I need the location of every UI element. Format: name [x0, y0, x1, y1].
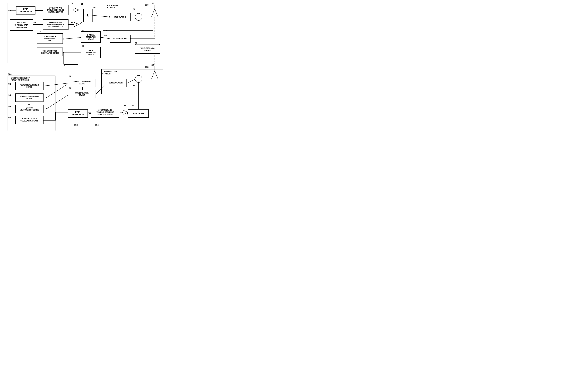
svg-text:104: 104	[95, 124, 99, 126]
svg-text:STATION: STATION	[107, 6, 116, 9]
svg-marker-39	[63, 52, 64, 53]
svg-marker-33	[100, 37, 102, 38]
svg-point-69	[135, 76, 142, 82]
quality-meas-device: QUALITYMEASUREMENT DEVICE	[15, 105, 44, 113]
wireless-radio-channel: WIRELESS RADIOCHANNEL	[135, 45, 160, 54]
svg-text:82: 82	[152, 64, 154, 66]
demodulator-top: DEMODULATOR	[110, 35, 130, 43]
spreading-bot: SPREADING ANDTRAINING SEQUENCEINSERTION …	[91, 107, 119, 118]
svg-marker-46	[77, 64, 78, 65]
svg-text:90: 90	[69, 87, 71, 90]
channel-est-bot: CHANNEL ESTIMATIONDEVICE	[68, 79, 96, 87]
svg-text:112: 112	[145, 66, 148, 68]
svg-marker-82	[122, 112, 124, 113]
svg-text:~: ~	[138, 78, 140, 81]
svg-text:84: 84	[133, 84, 136, 87]
svg-text:74: 74	[38, 30, 41, 33]
svg-line-71	[127, 79, 136, 83]
svg-text:108: 108	[130, 104, 134, 107]
svg-text:52: 52	[71, 2, 73, 4]
svg-text:66: 66	[133, 8, 135, 10]
modulator-top: MODULATOR	[110, 13, 130, 21]
svg-marker-11	[73, 24, 74, 25]
svg-text:88: 88	[69, 75, 71, 78]
svg-marker-87	[138, 82, 139, 83]
modulator-bot: MODULATOR	[128, 109, 149, 118]
svg-text:110: 110	[145, 4, 148, 6]
pathloss-est-device: PATHLOSS ESTIMATIONDEVICE	[15, 94, 44, 102]
svg-text:54: 54	[80, 3, 83, 5]
data-est-top: DATAESTIMATIONDEVICE	[80, 47, 101, 58]
svg-text:60: 60	[76, 23, 78, 26]
svg-text:96: 96	[8, 105, 11, 108]
svg-line-59	[47, 94, 69, 109]
demodulator-bot: DEMODULATOR	[105, 79, 126, 87]
svg-marker-83	[123, 110, 128, 114]
spreading2: SPREADING ANDTRAINING SEQUENCEINSERTION …	[43, 19, 68, 30]
svg-text:80: 80	[135, 42, 137, 44]
data-generator-top: DATAGENERATOR	[16, 6, 36, 14]
ref-channel-data-gen: REFERENCECHANNEL DATAGENERATOR	[10, 19, 33, 30]
spreading1: SPREADING ANDTRAINING SEQUENCEINSERTION …	[43, 5, 68, 15]
power-meas-device: POWER MEASUREMENTDEVICE	[15, 82, 44, 90]
svg-point-21	[135, 13, 142, 20]
interference-meas: INTERFERENCEMEASUREMENTDEVICE	[37, 33, 63, 44]
svg-text:100: 100	[8, 73, 12, 76]
svg-line-32	[102, 38, 110, 39]
svg-text:78: 78	[152, 2, 154, 4]
svg-text:50: 50	[8, 9, 11, 12]
svg-marker-37	[63, 38, 64, 40]
svg-text:~: ~	[138, 16, 140, 19]
diagram: Σ ~	[0, 0, 194, 130]
svg-text:WEIGHTED OPEN LOOP: WEIGHTED OPEN LOOP	[11, 77, 30, 79]
data-est-bot: DATA ESTIMATIONDEVICE	[68, 90, 96, 98]
transmit-power-calc-bot: TRANSMIT POWERCALCULATION DEVICE	[15, 116, 44, 124]
svg-text:POWER CONTROLLER: POWER CONTROLLER	[11, 79, 29, 81]
data-gen-bot: DATAGENERATOR	[68, 109, 88, 118]
svg-marker-60	[46, 108, 47, 110]
svg-marker-12	[74, 8, 79, 12]
svg-text:Σ: Σ	[87, 13, 89, 17]
svg-text:92: 92	[8, 83, 11, 85]
svg-text:58: 58	[71, 22, 73, 24]
svg-text:TRANSMITTING: TRANSMITTING	[102, 70, 117, 73]
svg-text:102: 102	[74, 124, 78, 126]
svg-marker-13	[74, 22, 79, 27]
svg-marker-9	[73, 9, 74, 11]
svg-text:76: 76	[62, 64, 65, 66]
svg-text:68: 68	[104, 34, 107, 37]
svg-text:64: 64	[104, 30, 107, 32]
svg-line-18	[92, 15, 110, 17]
transmit-power-calc-top: TRANSMIT POWERCALCULATION DEVICE	[37, 48, 63, 56]
svg-line-55	[42, 83, 69, 86]
svg-text:62: 62	[94, 6, 96, 8]
svg-line-15	[79, 21, 84, 24]
svg-rect-16	[84, 9, 92, 22]
svg-marker-58	[46, 97, 47, 98]
svg-line-36	[64, 38, 82, 39]
svg-text:STATION: STATION	[102, 73, 110, 75]
svg-marker-73	[152, 71, 158, 79]
channel-est-top: CHANNELESTIMATIONDEVICE	[80, 32, 101, 43]
svg-text:106: 106	[122, 104, 126, 107]
svg-marker-25	[152, 9, 158, 17]
svg-text:98: 98	[8, 116, 11, 119]
svg-text:94: 94	[8, 94, 11, 96]
svg-text:RECEIVING: RECEIVING	[107, 4, 118, 6]
svg-text:56: 56	[34, 22, 36, 24]
svg-line-57	[47, 83, 69, 98]
